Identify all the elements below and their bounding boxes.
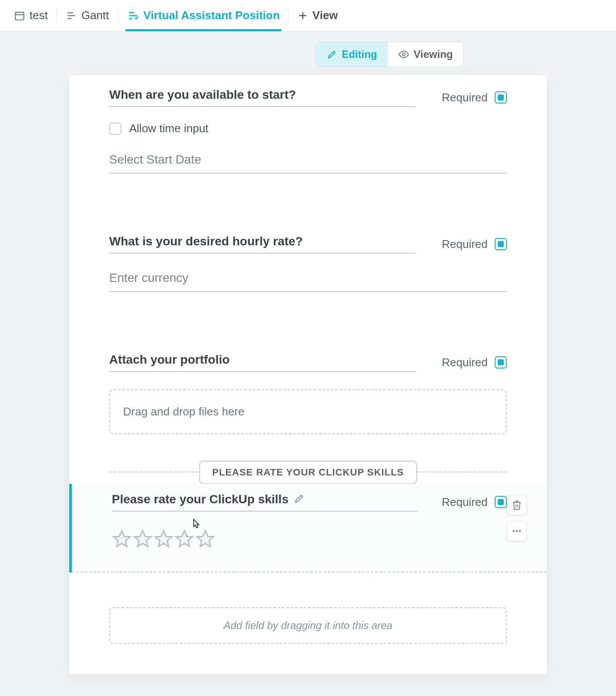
tab-label: test [30,9,48,22]
add-field-hint: Add field by dragging it into this area [224,619,392,631]
gantt-icon [66,10,77,21]
dropzone-text: Drag and drop files here [123,405,244,418]
currency-placeholder: Enter currency [109,271,188,284]
star-icon [133,529,153,551]
field-label: Attach your portfolio [109,353,230,367]
required-toggle[interactable]: Required [442,238,507,251]
field-header: What is your desired hourly rate? Requir… [109,234,507,254]
file-dropzone[interactable]: Drag and drop files here [109,389,507,434]
viewing-mode-label: Viewing [414,48,453,60]
svg-marker-19 [176,531,193,546]
svg-point-13 [513,530,515,532]
section-title-pill[interactable]: PLEASE RATE YOUR CLICKUP SKILLS [199,461,417,484]
tab-label: Virtual Assistant Position [144,9,280,22]
form-field-clickup-skills[interactable]: Please rate your ClickUp skills Required [69,484,547,572]
rating-stars[interactable] [112,529,507,551]
svg-marker-17 [134,531,151,546]
delete-field-button[interactable] [507,495,527,515]
tab-gantt[interactable]: Gantt [57,0,118,31]
tab-virtual-assistant-position[interactable]: Virtual Assistant Position [118,0,289,31]
required-toggle[interactable]: Required [442,495,507,509]
star-icon [174,529,194,551]
required-toggle[interactable]: Required [442,91,507,104]
required-label: Required [442,238,488,251]
editing-mode-label: Editing [341,48,377,60]
required-label: Required [442,356,488,369]
required-toggle[interactable]: Required [442,356,507,369]
editing-mode-button[interactable]: Editing [316,42,387,67]
add-view-button[interactable]: View [289,0,347,31]
star-icon [154,529,174,551]
eye-icon [398,49,409,60]
field-label-wrap: When are you available to start? [109,88,415,107]
tab-label: Gantt [81,9,109,22]
field-label-wrap: What is your desired hourly rate? [109,234,415,254]
svg-point-14 [516,530,518,532]
allow-time-label: Allow time input [129,122,208,135]
app-root: test Gantt Virtual Assistant Position Vi… [0,0,616,696]
required-checkbox-icon [495,91,507,104]
svg-marker-16 [114,531,130,546]
field-label-wrap: Please rate your ClickUp skills [112,492,418,512]
svg-point-15 [519,530,521,532]
form-icon [127,10,139,22]
add-view-label: View [312,9,338,22]
form-stage: When are you available to start? Require… [0,72,616,696]
field-label: Please rate your ClickUp skills [112,492,288,506]
pencil-icon [327,49,337,60]
form-field-hourly-rate[interactable]: What is your desired hourly rate? Requir… [109,234,507,292]
required-checkbox-icon [495,496,507,508]
field-side-actions [507,495,527,541]
star-icon [195,529,215,551]
mode-toggle: Editing Viewing [316,42,464,67]
svg-point-10 [402,53,405,56]
field-header: When are you available to start? Require… [109,88,507,107]
viewing-mode-button[interactable]: Viewing [388,42,463,67]
field-header: Attach your portfolio Required [109,353,507,372]
checkbox-icon [109,123,121,135]
mode-bar: Editing Viewing [0,31,616,72]
form-field-start-date[interactable]: When are you available to start? Require… [109,88,507,174]
field-label-wrap: Attach your portfolio [109,353,415,372]
calendar-icon [14,10,25,21]
field-header: Please rate your ClickUp skills Required [112,492,507,512]
section-divider: PLEASE RATE YOUR CLICKUP SKILLS [109,472,507,472]
required-checkbox-icon [495,238,507,250]
svg-marker-20 [197,531,214,546]
add-field-dropzone[interactable]: Add field by dragging it into this area [109,607,507,644]
plus-icon [298,10,308,21]
edit-label-button[interactable] [294,493,305,506]
required-checkbox-icon [495,356,507,368]
field-label: When are you available to start? [109,88,296,102]
more-actions-button[interactable] [507,521,527,541]
tab-test[interactable]: test [5,0,57,31]
form-canvas: When are you available to start? Require… [69,75,547,674]
svg-marker-18 [155,531,172,546]
allow-time-option[interactable]: Allow time input [109,122,507,135]
currency-input[interactable]: Enter currency [109,271,507,292]
svg-rect-0 [15,12,24,20]
form-field-portfolio[interactable]: Attach your portfolio Required Drag and … [109,353,507,434]
required-label: Required [442,91,488,104]
star-icon [112,529,132,551]
start-date-placeholder: Select Start Date [109,153,201,166]
view-tabs: test Gantt Virtual Assistant Position Vi… [0,0,616,31]
field-label: What is your desired hourly rate? [109,234,303,248]
required-label: Required [442,495,488,509]
start-date-input[interactable]: Select Start Date [109,153,507,174]
